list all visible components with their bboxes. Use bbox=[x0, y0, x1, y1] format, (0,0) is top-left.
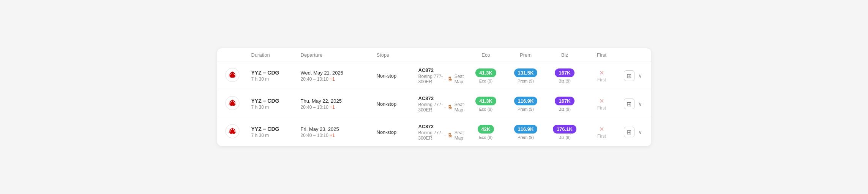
date-1: Wed, May 21, 2025 bbox=[301, 70, 377, 76]
action-col-1: ⊞ ∨ bbox=[621, 70, 644, 81]
air-canada-logo-2 bbox=[225, 95, 240, 111]
air-canada-logo-3 bbox=[225, 124, 240, 139]
eco-badge-3[interactable]: 42K Eco (9) bbox=[467, 125, 505, 140]
header-stops: Stops bbox=[377, 52, 418, 58]
prem-price-3: 116.9K bbox=[514, 125, 538, 134]
route-1: YYZ – CDG bbox=[251, 70, 301, 76]
first-label-3: First bbox=[597, 134, 606, 139]
eco-seats-1: Eco (9) bbox=[479, 79, 492, 83]
aircraft-1: Boeing 777-300ER · 🪑 Seat Map bbox=[418, 74, 467, 84]
aircraft-2: Boeing 777-300ER · 🪑 Seat Map bbox=[418, 102, 467, 113]
flight-num-3: AC872 bbox=[418, 124, 467, 129]
eco-seats-2: Eco (9) bbox=[479, 107, 492, 111]
seat-icon-1: 🪑 bbox=[447, 76, 453, 82]
first-label-1: First bbox=[597, 77, 606, 83]
prem-seats-2: Prem (9) bbox=[518, 107, 534, 111]
action-col-2: ⊞ ∨ bbox=[621, 99, 644, 109]
stops-2: Non-stop bbox=[377, 101, 418, 107]
prem-seats-1: Prem (9) bbox=[518, 79, 534, 83]
expand-button-2[interactable]: ⊞ bbox=[624, 99, 634, 109]
first-x-icon-3: ✕ bbox=[599, 126, 604, 133]
aircraft-3: Boeing 777-300ER · 🪑 Seat Map bbox=[418, 130, 467, 141]
biz-price-3: 176.1K bbox=[553, 125, 576, 134]
departure-info-1: Wed, May 21, 2025 20:40 – 10:10 +1 bbox=[301, 70, 377, 82]
header-biz: Biz bbox=[547, 52, 583, 58]
first-label-2: First bbox=[597, 105, 606, 111]
prem-price-1: 131.5K bbox=[514, 68, 538, 77]
time-1: 20:40 – 10:10 +1 bbox=[301, 76, 377, 82]
flight-num-2: AC872 bbox=[418, 95, 467, 101]
flight-detail-1: AC872 Boeing 777-300ER · 🪑 Seat Map bbox=[418, 67, 467, 84]
first-col-2: ✕ First bbox=[583, 97, 621, 111]
seat-map-link-1[interactable]: Seat Map bbox=[455, 74, 467, 84]
date-3: Fri, May 23, 2025 bbox=[301, 126, 377, 132]
seat-map-link-2[interactable]: Seat Map bbox=[455, 102, 467, 113]
prem-seats-3: Prem (9) bbox=[518, 135, 534, 140]
prem-badge-2[interactable]: 116.9K Prem (9) bbox=[505, 97, 547, 111]
air-canada-logo bbox=[225, 67, 240, 83]
plus-one-1: +1 bbox=[330, 76, 335, 82]
eco-price-3: 42K bbox=[478, 125, 494, 134]
header-duration: Duration bbox=[251, 52, 301, 58]
biz-seats-3: Biz (9) bbox=[559, 135, 571, 140]
prem-price-2: 116.9K bbox=[514, 97, 538, 105]
eco-seats-3: Eco (9) bbox=[479, 135, 492, 140]
header-first: First bbox=[583, 52, 621, 58]
plus-one-3: +1 bbox=[330, 133, 335, 138]
biz-price-2: 167K bbox=[555, 97, 574, 105]
flight-detail-2: AC872 Boeing 777-300ER · 🪑 Seat Map bbox=[418, 95, 467, 113]
time-2: 20:40 – 10:10 +1 bbox=[301, 105, 377, 110]
prem-badge-1[interactable]: 131.5K Prem (9) bbox=[505, 68, 547, 83]
time-3: 20:40 – 10:10 +1 bbox=[301, 133, 377, 138]
header-eco: Eco bbox=[467, 52, 505, 58]
first-col-1: ✕ First bbox=[583, 69, 621, 83]
prem-badge-3[interactable]: 116.9K Prem (9) bbox=[505, 125, 547, 140]
biz-badge-2[interactable]: 167K Biz (9) bbox=[547, 97, 583, 111]
duration-2: 7 h 30 m bbox=[251, 105, 301, 110]
biz-seats-2: Biz (9) bbox=[559, 107, 571, 111]
seat-icon-2: 🪑 bbox=[447, 105, 453, 110]
eco-price-1: 41.3K bbox=[475, 68, 496, 77]
biz-price-1: 167K bbox=[555, 68, 574, 77]
plus-one-2: +1 bbox=[330, 105, 335, 110]
route-info-3: YYZ – CDG 7 h 30 m bbox=[251, 126, 301, 138]
table-row: YYZ – CDG 7 h 30 m Thu, May 22, 2025 20:… bbox=[217, 90, 651, 118]
chevron-button-2[interactable]: ∨ bbox=[637, 99, 644, 108]
stops-3: Non-stop bbox=[377, 129, 418, 135]
header-departure: Departure bbox=[301, 52, 377, 58]
header-prem: Prem bbox=[505, 52, 547, 58]
airline-logo-col bbox=[225, 67, 251, 84]
airline-logo-col-3 bbox=[225, 124, 251, 140]
expand-button-3[interactable]: ⊞ bbox=[624, 127, 634, 137]
route-info-2: YYZ – CDG 7 h 30 m bbox=[251, 98, 301, 110]
departure-info-3: Fri, May 23, 2025 20:40 – 10:10 +1 bbox=[301, 126, 377, 138]
action-col-3: ⊞ ∨ bbox=[621, 127, 644, 137]
stops-1: Non-stop bbox=[377, 73, 418, 79]
first-x-icon-2: ✕ bbox=[599, 97, 604, 105]
duration-3: 7 h 30 m bbox=[251, 133, 301, 138]
departure-info-2: Thu, May 22, 2025 20:40 – 10:10 +1 bbox=[301, 98, 377, 110]
chevron-button-1[interactable]: ∨ bbox=[637, 71, 644, 80]
table-row: YYZ – CDG 7 h 30 m Wed, May 21, 2025 20:… bbox=[217, 62, 651, 90]
biz-badge-3[interactable]: 176.1K Biz (9) bbox=[547, 125, 583, 140]
first-col-3: ✕ First bbox=[583, 126, 621, 139]
flight-results-table: Duration Departure Stops Eco Prem Biz Fi… bbox=[217, 48, 651, 146]
seat-map-link-3[interactable]: Seat Map bbox=[455, 130, 467, 141]
duration-1: 7 h 30 m bbox=[251, 76, 301, 82]
eco-badge-2[interactable]: 41.3K Eco (9) bbox=[467, 97, 505, 111]
eco-price-2: 41.3K bbox=[475, 97, 496, 105]
table-row: YYZ – CDG 7 h 30 m Fri, May 23, 2025 20:… bbox=[217, 118, 651, 146]
biz-seats-1: Biz (9) bbox=[559, 79, 571, 83]
date-2: Thu, May 22, 2025 bbox=[301, 98, 377, 104]
eco-badge-1[interactable]: 41.3K Eco (9) bbox=[467, 68, 505, 83]
airline-logo-col-2 bbox=[225, 95, 251, 112]
chevron-button-3[interactable]: ∨ bbox=[637, 127, 644, 137]
flight-detail-3: AC872 Boeing 777-300ER · 🪑 Seat Map bbox=[418, 124, 467, 141]
table-header: Duration Departure Stops Eco Prem Biz Fi… bbox=[217, 48, 651, 62]
route-3: YYZ – CDG bbox=[251, 126, 301, 132]
seat-icon-3: 🪑 bbox=[447, 133, 453, 138]
flight-num-1: AC872 bbox=[418, 67, 467, 73]
route-2: YYZ – CDG bbox=[251, 98, 301, 104]
biz-badge-1[interactable]: 167K Biz (9) bbox=[547, 68, 583, 83]
expand-button-1[interactable]: ⊞ bbox=[624, 70, 634, 81]
